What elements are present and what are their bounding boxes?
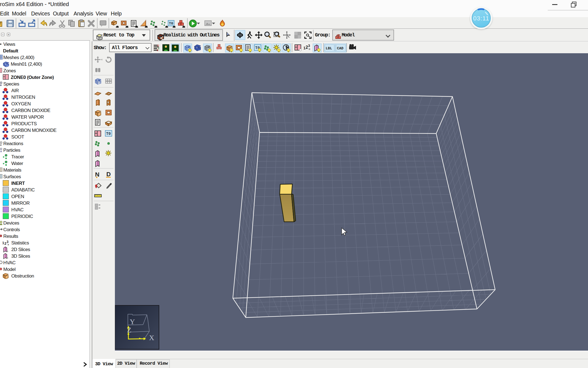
svg-text:2: 2 bbox=[306, 45, 308, 50]
svg-text:LBL: LBL bbox=[326, 46, 332, 50]
svg-text:3: 3 bbox=[308, 44, 310, 48]
svg-text:T0: T0 bbox=[106, 132, 111, 136]
svg-text:Y: Y bbox=[130, 318, 135, 326]
svg-text:D: D bbox=[106, 171, 111, 178]
svg-text:1: 1 bbox=[2, 241, 4, 245]
svg-text:X: X bbox=[149, 334, 154, 342]
svg-text:2: 2 bbox=[4, 241, 6, 246]
svg-text:Z: Z bbox=[127, 326, 131, 334]
svg-text:T0: T0 bbox=[169, 22, 173, 26]
svg-text:3: 3 bbox=[157, 44, 159, 47]
svg-text:N: N bbox=[95, 171, 99, 178]
svg-text:CAD: CAD bbox=[337, 46, 344, 50]
svg-text:1: 1 bbox=[157, 49, 158, 52]
svg-text:3: 3 bbox=[7, 240, 9, 244]
svg-text:1: 1 bbox=[303, 46, 306, 50]
